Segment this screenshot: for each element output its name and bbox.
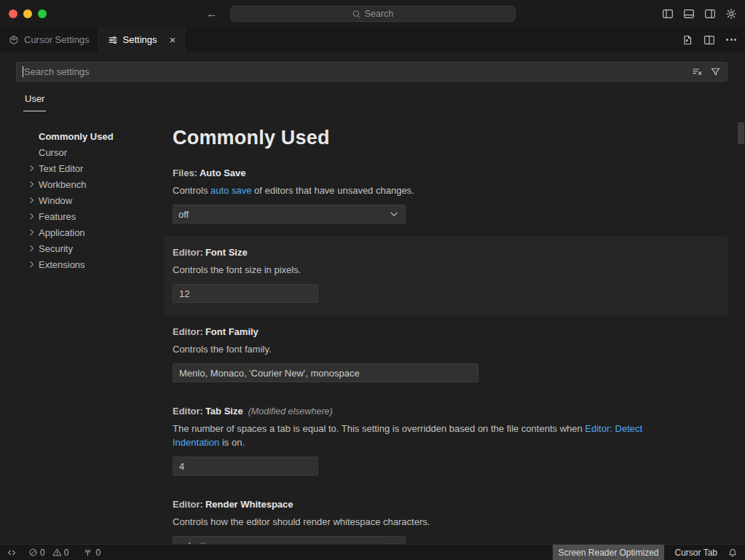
toc-item-commonly-used[interactable]: Commonly Used — [16, 128, 173, 144]
warning-icon — [52, 548, 62, 557]
toc-item-window[interactable]: Window — [16, 192, 173, 208]
vscode-window: ← → Search — [0, 0, 745, 560]
setting-editor-tab-size: Editor:Tab Size(Modified elsewhere) The … — [164, 395, 728, 488]
chevron-right-icon — [26, 226, 39, 238]
setting-category: Editor: — [173, 247, 203, 258]
radio-tower-icon — [83, 548, 92, 557]
ports-indicator[interactable]: 0 — [78, 545, 106, 560]
screen-reader-optimized-indicator[interactable]: Screen Reader Optimized — [553, 545, 663, 560]
settings-search-placeholder: Search settings — [24, 66, 90, 77]
titlebar: ← → Search — [0, 0, 745, 28]
chevron-right-icon — [26, 194, 39, 206]
gear-icon[interactable] — [725, 7, 738, 20]
tab-label: Settings — [123, 34, 157, 45]
auto-save-link[interactable]: auto save — [210, 185, 251, 196]
filter-settings-icon[interactable] — [710, 66, 721, 77]
setting-category: Editor: — [173, 326, 203, 337]
toc-item-text-editor[interactable]: Text Editor — [16, 160, 173, 176]
toc-item-cursor[interactable]: Cursor — [16, 144, 173, 160]
setting-description: The number of spaces a tab is equal to. … — [173, 422, 675, 449]
toc-item-application[interactable]: Application — [16, 224, 173, 240]
setting-name: Font Size — [205, 247, 248, 258]
settings-list: Commonly Used Files:Auto Save Controls a… — [173, 125, 745, 518]
setting-description: Controls how the editor should render wh… — [173, 515, 682, 529]
cursor-logo-icon — [9, 35, 19, 45]
setting-editor-render-whitespace: Editor:Render Whitespace Controls how th… — [164, 488, 728, 544]
modified-elsewhere-note: (Modified elsewhere) — [248, 406, 333, 417]
editor-actions — [681, 28, 738, 52]
titlebar-actions — [661, 7, 738, 20]
search-icon — [352, 9, 361, 19]
close-window-button[interactable] — [9, 9, 17, 18]
more-actions-icon[interactable] — [725, 33, 738, 47]
font-size-input[interactable] — [173, 284, 318, 303]
setting-name: Auto Save — [200, 167, 246, 178]
command-center-search[interactable]: Search — [230, 6, 516, 22]
command-center-placeholder: Search — [365, 9, 394, 19]
text-caret — [23, 66, 23, 77]
setting-description: Controls the font size in pixels. — [173, 263, 682, 277]
warning-count: 0 — [64, 548, 69, 558]
split-editor-icon[interactable] — [703, 33, 716, 47]
settings-scope-tabs: User — [23, 91, 745, 112]
render-whitespace-select[interactable]: selection — [173, 536, 406, 544]
settings-search-input[interactable]: Search settings — [16, 62, 728, 82]
setting-name: Tab Size — [205, 406, 243, 417]
tab-label: Cursor Settings — [24, 34, 90, 45]
editor-tab-bar: Cursor Settings Settings × — [0, 28, 745, 52]
open-settings-json-icon[interactable] — [681, 33, 694, 47]
settings-editor: Search settings User Commonly Used — [0, 52, 745, 544]
toc-item-security[interactable]: Security — [16, 240, 173, 256]
chevron-right-icon — [26, 259, 39, 270]
remote-indicator[interactable] — [0, 545, 23, 560]
back-button[interactable]: ← — [206, 8, 218, 20]
settings-group-heading: Commonly Used — [173, 127, 728, 149]
scope-tab-user[interactable]: User — [23, 91, 46, 111]
setting-name: Render Whitespace — [205, 499, 293, 510]
setting-category: Editor: — [173, 406, 203, 417]
toc-item-extensions[interactable]: Extensions — [16, 256, 173, 272]
toggle-secondary-sidebar-icon[interactable] — [703, 7, 717, 20]
toggle-primary-sidebar-icon[interactable] — [661, 7, 674, 20]
setting-editor-font-family: Editor:Font Family Controls the font fam… — [164, 315, 728, 395]
settings-toc: Commonly Used Cursor Text Editor Workben… — [16, 125, 173, 518]
vertical-scrollbar[interactable] — [738, 122, 744, 144]
error-icon — [28, 548, 38, 557]
setting-name: Font Family — [205, 326, 259, 337]
toc-item-features[interactable]: Features — [16, 208, 173, 224]
minimize-window-button[interactable] — [23, 9, 32, 18]
ports-count: 0 — [95, 548, 100, 558]
clear-search-filters-icon[interactable] — [692, 66, 703, 77]
tab-size-input[interactable] — [173, 457, 318, 476]
status-bar: 0 0 0 Screen Reader Optimized Cursor Tab — [0, 544, 745, 560]
tab-settings[interactable]: Settings × — [99, 28, 186, 52]
toggle-panel-icon[interactable] — [682, 7, 695, 20]
setting-editor-font-size: Editor:Font Size Controls the font size … — [164, 236, 728, 315]
chevron-down-icon — [388, 208, 400, 220]
settings-sliders-icon — [108, 35, 118, 45]
notifications-bell-icon[interactable] — [722, 545, 745, 560]
chevron-right-icon — [26, 162, 39, 174]
error-count: 0 — [40, 548, 45, 558]
close-tab-icon[interactable]: × — [170, 34, 176, 45]
tab-cursor-settings[interactable]: Cursor Settings — [0, 28, 99, 52]
zoom-window-button[interactable] — [38, 9, 47, 18]
setting-category: Editor: — [173, 499, 203, 510]
problems-indicator[interactable]: 0 0 — [23, 545, 74, 560]
chevron-right-icon — [26, 242, 39, 254]
setting-description: Controls the font family. — [173, 342, 682, 356]
cursor-tab-indicator[interactable]: Cursor Tab — [670, 545, 722, 560]
toc-item-workbench[interactable]: Workbench — [16, 176, 173, 192]
setting-files-auto-save: Files:Auto Save Controls auto save of ed… — [164, 157, 728, 236]
setting-description: Controls auto save of editors that have … — [173, 184, 682, 197]
auto-save-select[interactable]: off — [173, 205, 406, 224]
window-controls — [9, 9, 47, 18]
chevron-right-icon — [26, 178, 39, 190]
setting-category: Files: — [173, 167, 197, 178]
font-family-input[interactable] — [173, 363, 478, 382]
chevron-right-icon — [26, 210, 39, 222]
